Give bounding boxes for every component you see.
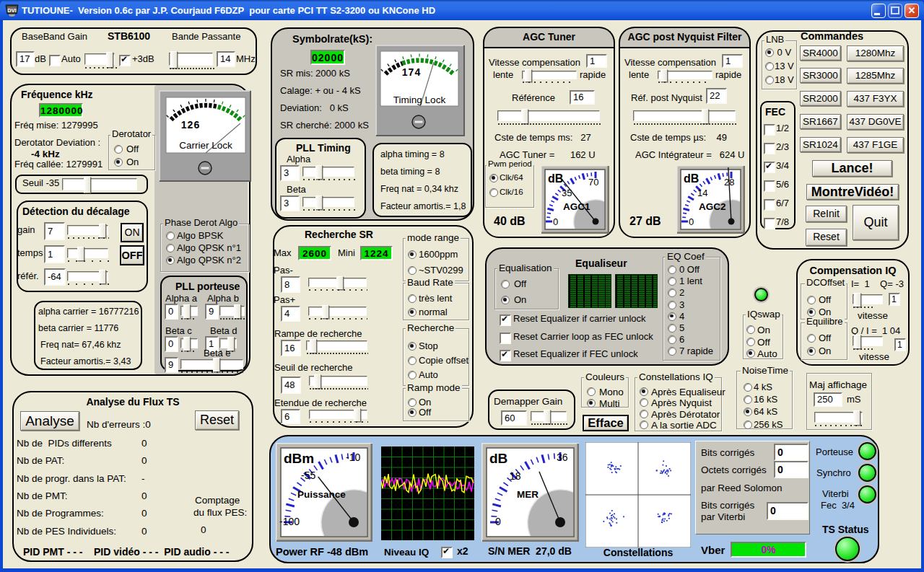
- svg-text:18: 18: [510, 470, 521, 482]
- svg-text:0: 0: [495, 516, 501, 527]
- svg-text:35: 35: [562, 188, 572, 198]
- svg-text:174: 174: [402, 66, 421, 78]
- svg-text:DVI: DVI: [7, 7, 17, 14]
- svg-text:MER: MER: [517, 489, 539, 500]
- svg-text:dBm: dBm: [284, 451, 314, 466]
- svg-text:0: 0: [553, 216, 558, 227]
- svg-text:70: 70: [588, 177, 598, 188]
- svg-text:14: 14: [697, 188, 707, 198]
- svg-text:AGC1: AGC1: [563, 201, 590, 212]
- svg-text:dB: dB: [548, 172, 563, 185]
- svg-text:dB: dB: [489, 451, 507, 466]
- svg-text:-10: -10: [346, 452, 360, 463]
- svg-text:Timing Lock: Timing Lock: [393, 94, 446, 105]
- svg-text:-100: -100: [279, 516, 300, 527]
- svg-text:36: 36: [557, 452, 568, 463]
- svg-text:126: 126: [181, 119, 200, 131]
- svg-text:-55: -55: [301, 470, 315, 481]
- svg-text:28: 28: [724, 177, 734, 188]
- svg-text:Puissance: Puissance: [297, 489, 346, 500]
- svg-text:Carrier Lock: Carrier Lock: [179, 140, 232, 151]
- svg-text:AGC2: AGC2: [699, 201, 726, 212]
- svg-text:dB: dB: [684, 172, 699, 185]
- svg-text:0: 0: [689, 216, 694, 227]
